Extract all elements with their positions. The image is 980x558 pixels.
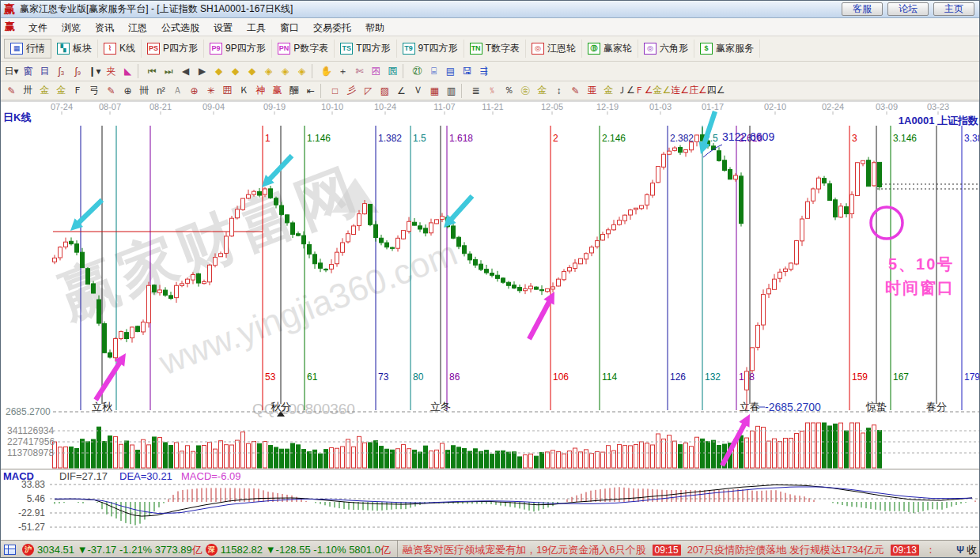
customer-service-button[interactable]: 客服: [842, 2, 883, 16]
tool-icon-1-21[interactable]: ＋: [335, 63, 351, 79]
tool-icon-2-39[interactable]: Ｆ∠: [635, 83, 653, 99]
tool-icon-2-6[interactable]: ✎: [103, 83, 119, 99]
tool-icon-1-18[interactable]: ◈: [293, 63, 310, 79]
menu-item-帮助[interactable]: 帮助: [358, 21, 392, 35]
tool-icon-2-42[interactable]: 庄∠: [689, 83, 707, 99]
tool-icon-2-32[interactable]: ㊎: [517, 83, 534, 99]
tool-icon-2-23[interactable]: ▨: [376, 83, 393, 99]
tool-icon-2-34[interactable]: ↕: [551, 83, 567, 99]
chart-canvas[interactable]: 赢家财富网www.yingjia360.comQQ:10080036007-24…: [1, 100, 980, 540]
tool-icon-1-2[interactable]: 目: [36, 63, 53, 79]
tool-icon-1-14[interactable]: ◆: [227, 63, 244, 79]
news-item[interactable]: 207只疫情防控债落地 发行规模达1734亿元: [687, 543, 884, 557]
tool-icon-2-9[interactable]: n²: [153, 83, 169, 99]
tool-icon-1-17[interactable]: ◈: [277, 63, 293, 79]
tool-icon-1-27[interactable]: ⌸: [426, 63, 442, 79]
shanghai-index-quote[interactable]: 3034.51 ▼-37.17 -1.21% 3773.89亿: [37, 543, 202, 557]
menu-item-江恩[interactable]: 江恩: [121, 21, 154, 35]
toolbar-button-板块[interactable]: ▚板块: [51, 40, 98, 58]
tool-icon-1-12[interactable]: ▶: [194, 63, 210, 79]
tool-icon-2-18[interactable]: ⇤: [302, 83, 319, 99]
tool-icon-1-15[interactable]: ◆: [244, 63, 260, 79]
tool-icon-1-13[interactable]: ◆: [210, 63, 227, 79]
tool-icon-2-21[interactable]: 彡: [343, 83, 360, 99]
tool-icon-2-29[interactable]: ≣: [467, 83, 484, 99]
tool-icon-2-31[interactable]: ％: [501, 83, 517, 99]
tool-icon-2-40[interactable]: 金∠: [653, 83, 672, 99]
toolbar-button-P四方形[interactable]: PSP四方形: [142, 40, 204, 58]
tool-icon-2-43[interactable]: 四∠: [707, 83, 725, 99]
tool-icon-2-10[interactable]: Ａ: [169, 83, 186, 99]
menu-item-设置[interactable]: 设置: [206, 21, 240, 35]
menu-item-公式选股[interactable]: 公式选股: [154, 21, 206, 35]
toolbar-button-9P四方形[interactable]: P99P四方形: [204, 40, 272, 58]
tool-icon-1-16[interactable]: ◈: [260, 63, 277, 79]
toolbar-button-赢家轮[interactable]: Ⓑ赢家轮: [582, 40, 638, 58]
menu-item-交易委托[interactable]: 交易委托: [306, 21, 358, 35]
tool-icon-1-23[interactable]: 囨: [368, 63, 384, 79]
tool-icon-2-30[interactable]: ﹪: [484, 83, 501, 99]
quote-grid-icon[interactable]: [4, 545, 16, 555]
tool-icon-2-12[interactable]: ✳: [202, 83, 219, 99]
tool-icon-2-2[interactable]: 金: [36, 83, 53, 99]
tool-icon-1-11[interactable]: ◀: [177, 63, 194, 79]
menu-item-文件[interactable]: 文件: [21, 21, 55, 35]
tool-icon-2-13[interactable]: 囲: [219, 83, 236, 99]
tool-icon-1-26[interactable]: ㉑: [409, 63, 426, 79]
tool-icon-1-1[interactable]: 窗: [20, 63, 36, 79]
toolbar-button-江恩轮[interactable]: ◎江恩轮: [526, 40, 582, 58]
toolbar-button-赢家服务[interactable]: $赢家服务: [694, 40, 760, 58]
tool-icon-1-22[interactable]: ✄: [351, 63, 368, 79]
tool-icon-2-41[interactable]: 连∠: [671, 83, 689, 99]
tool-icon-1-5[interactable]: ❙▾: [86, 63, 103, 79]
tool-icon-2-15[interactable]: 神: [252, 83, 269, 99]
menu-item-资讯[interactable]: 资讯: [88, 21, 121, 35]
tool-icon-2-11[interactable]: ⊕: [186, 83, 202, 99]
tool-icon-2-20[interactable]: □: [327, 83, 343, 99]
tool-icon-2-25[interactable]: Ｖ: [410, 83, 426, 99]
tool-icon-2-8[interactable]: 卌: [136, 83, 153, 99]
toolbar-button-六角形[interactable]: ◎六角形: [638, 40, 694, 58]
tool-icon-2-5[interactable]: 弓: [86, 83, 103, 99]
tool-icon-2-38[interactable]: Ｊ∠: [617, 83, 635, 99]
tool-icon-2-16[interactable]: 赢: [269, 83, 286, 99]
tool-icon-1-4[interactable]: ʃ₉: [70, 63, 86, 79]
shenzhen-index-quote[interactable]: 11582.82 ▼-128.55 -1.10% 5801.0亿: [221, 543, 391, 557]
toolbar-button-9T四方形[interactable]: T99T四方形: [397, 40, 464, 58]
forum-button[interactable]: 论坛: [887, 2, 929, 16]
tool-icon-1-6[interactable]: 夹: [103, 63, 119, 79]
toolbar-button-T数字表[interactable]: TNT数字表: [464, 40, 526, 58]
menu-item-工具[interactable]: 工具: [240, 21, 273, 35]
tool-icon-2-1[interactable]: 卅: [20, 83, 36, 99]
tool-icon-1-29[interactable]: 🖫: [459, 63, 475, 79]
tool-icon-2-3[interactable]: 金: [53, 83, 70, 99]
tool-icon-2-22[interactable]: ◸: [360, 83, 376, 99]
chart-area[interactable]: 赢家财富网www.yingjia360.comQQ:10080036007-24…: [1, 100, 980, 540]
tool-icon-2-33[interactable]: 金: [534, 83, 551, 99]
tool-icon-1-0[interactable]: 日▾: [3, 63, 20, 79]
tool-icon-2-14[interactable]: Ｋ: [236, 83, 252, 99]
tool-icon-1-24[interactable]: 囻: [384, 63, 401, 79]
toolbar-button-行情[interactable]: ▦行情: [4, 39, 51, 58]
tool-icon-2-27[interactable]: ▥: [443, 83, 460, 99]
tool-icon-2-24[interactable]: ∠: [393, 83, 410, 99]
tool-icon-1-3[interactable]: ʃ₃: [53, 63, 70, 79]
tool-icon-1-10[interactable]: ⏭: [161, 63, 177, 79]
toolbar-button-K线[interactable]: ⌇K线: [98, 40, 142, 58]
tool-icon-1-9[interactable]: ⏮: [144, 63, 161, 79]
tool-icon-2-17[interactable]: 酾: [286, 83, 302, 99]
toolbar-button-T四方形[interactable]: TST四方形: [335, 40, 396, 58]
menu-item-浏览[interactable]: 浏览: [55, 21, 88, 35]
tool-icon-2-26[interactable]: ▦: [426, 83, 443, 99]
homepage-button[interactable]: 主页: [933, 2, 974, 16]
tool-icon-2-7[interactable]: ⊕: [119, 83, 136, 99]
toolbar-button-P数字表[interactable]: PNP数字表: [272, 40, 335, 58]
tool-icon-2-0[interactable]: ✎: [3, 83, 20, 99]
menu-item-窗口[interactable]: 窗口: [273, 21, 306, 35]
tool-icon-2-36[interactable]: 亜: [584, 83, 600, 99]
news-item[interactable]: 融资客对医疗领域宠爱有加，19亿元资金涌入6只个股: [403, 543, 646, 557]
tool-icon-1-30[interactable]: ⇶: [475, 63, 492, 79]
tool-icon-1-7[interactable]: ◣: [119, 63, 136, 79]
tool-icon-2-37[interactable]: 金: [600, 83, 617, 99]
tool-icon-1-28[interactable]: ▤: [442, 63, 459, 79]
